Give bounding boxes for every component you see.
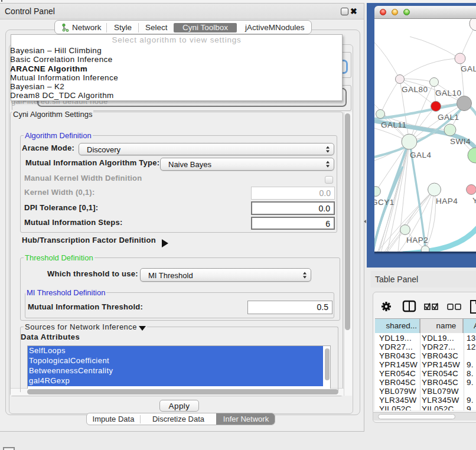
svg-text:GAL7: GAL7 — [461, 64, 476, 73]
svg-text:HAP4: HAP4 — [436, 197, 458, 206]
svg-text:Y: Y — [472, 196, 476, 205]
svg-text:GAL10: GAL10 — [435, 89, 462, 97]
svg-text:GAL80: GAL80 — [402, 85, 428, 94]
svg-text:GAL11: GAL11 — [381, 120, 407, 129]
svg-text:GCY1: GCY1 — [374, 198, 395, 207]
svg-text:HAP2: HAP2 — [406, 236, 428, 244]
svg-text:GAL1: GAL1 — [438, 113, 459, 122]
svg-text:GAL4: GAL4 — [410, 151, 432, 159]
svg-text:SWI4: SWI4 — [450, 137, 471, 146]
